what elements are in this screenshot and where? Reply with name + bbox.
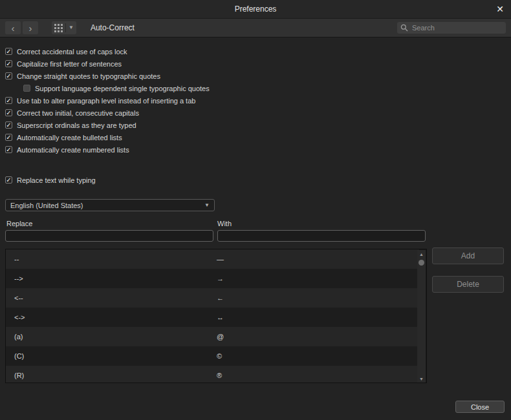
replacement-with-cell: ← xyxy=(208,294,419,302)
page-title: Auto-Correct xyxy=(91,23,135,32)
divider xyxy=(65,23,66,32)
with-column-label: With xyxy=(216,220,427,227)
option-label: Automatically create numbered lists xyxy=(17,146,129,154)
replacement-replace-cell: -- xyxy=(6,255,208,263)
back-icon: ‹ xyxy=(12,23,15,33)
scroll-up-icon[interactable]: ▲ xyxy=(417,250,426,258)
column-labels: Replace With xyxy=(5,220,505,227)
replacement-row[interactable]: (a)@ xyxy=(6,327,419,346)
replacement-replace-cell: (a) xyxy=(6,333,208,341)
checkbox[interactable]: ✓ xyxy=(5,134,12,141)
replacement-row[interactable]: (C)© xyxy=(6,346,419,366)
scrollbar-thumb[interactable] xyxy=(419,260,424,266)
checkbox[interactable]: ✓ xyxy=(5,176,12,184)
replacement-inputs xyxy=(5,230,505,242)
close-button[interactable]: Close xyxy=(455,401,505,413)
back-button[interactable]: ‹ xyxy=(5,21,21,34)
option-row: Support language dependent single typogr… xyxy=(23,82,505,94)
replacement-replace-cell: <-> xyxy=(6,313,208,321)
language-dropdown[interactable]: English (United States) ▼ xyxy=(5,199,215,211)
option-row: ✓Use tab to alter paragraph level instea… xyxy=(5,94,505,107)
option-label: Use tab to alter paragraph level instead… xyxy=(17,97,195,105)
chevron-down-icon[interactable]: ▼ xyxy=(69,25,74,30)
replacement-replace-cell: <-- xyxy=(6,294,208,302)
autocorrect-panel: ✓Correct accidental use of caps lock✓Cap… xyxy=(0,37,511,383)
preferences-window: Preferences ✕ ‹ › ▼ Auto-Correct xyxy=(0,0,511,420)
replacement-with-cell: — xyxy=(208,255,419,263)
replacement-table-body: --—-->→<--←<->↔(a)@(C)©(R)® xyxy=(6,249,426,383)
window-title: Preferences xyxy=(235,5,277,14)
replacement-with-cell: © xyxy=(208,352,419,360)
option-label: Superscript ordinals as they are typed xyxy=(17,121,136,129)
replacement-replace-cell: --> xyxy=(6,275,208,282)
replacement-with-cell: ® xyxy=(208,372,419,379)
delete-button[interactable]: Delete xyxy=(432,276,504,293)
checkbox[interactable]: ✓ xyxy=(5,48,12,55)
option-label: Support language dependent single typogr… xyxy=(35,85,210,92)
forward-button[interactable]: › xyxy=(23,21,38,34)
replacement-with-cell: → xyxy=(208,275,419,282)
search-box[interactable] xyxy=(397,22,506,34)
search-icon xyxy=(400,24,408,32)
replacement-row[interactable]: --— xyxy=(6,249,419,269)
option-label: Automatically create bulleted lists xyxy=(17,134,122,142)
sections-grid-button[interactable]: ▼ xyxy=(52,21,76,34)
language-dropdown-value: English (United States) xyxy=(10,202,83,209)
replacement-with-cell: ↔ xyxy=(208,313,419,321)
replacement-row[interactable]: <--← xyxy=(6,288,419,308)
replacement-row[interactable]: -->→ xyxy=(6,269,419,288)
checkbox[interactable]: ✓ xyxy=(5,97,12,104)
option-row: ✓Correct accidental use of caps lock xyxy=(5,45,505,58)
checkbox[interactable]: ✓ xyxy=(5,72,12,79)
replace-column-label: Replace xyxy=(5,220,216,227)
option-label: Change straight quotes to typographic qu… xyxy=(17,72,160,80)
checkbox[interactable]: ✓ xyxy=(5,146,12,153)
toolbar: ‹ › ▼ Auto-Correct xyxy=(0,19,511,37)
table-buttons: Add Delete xyxy=(432,247,504,293)
option-row: ✓Correct two initial, consecutive capita… xyxy=(5,107,505,119)
replace-input[interactable] xyxy=(5,230,213,242)
with-input[interactable] xyxy=(217,230,426,242)
option-row: ✓Automatically create numbered lists xyxy=(5,143,505,156)
search-input[interactable] xyxy=(411,23,503,32)
checkbox[interactable]: ✓ xyxy=(5,60,12,67)
option-row: ✓Superscript ordinals as they are typed xyxy=(5,119,505,131)
replacement-replace-cell: (C) xyxy=(6,352,208,360)
checkbox[interactable] xyxy=(23,85,30,92)
checkbox[interactable]: ✓ xyxy=(5,121,12,129)
replacement-row[interactable]: <->↔ xyxy=(6,308,419,327)
option-label: Replace text while typing xyxy=(17,176,96,184)
replace-while-typing-row: ✓ Replace text while typing xyxy=(5,174,505,186)
replacement-table-area: --—-->→<--←<->↔(a)@(C)©(R)® ▲ ▼ Add Dele… xyxy=(5,249,505,383)
checkbox[interactable]: ✓ xyxy=(5,109,12,116)
titlebar: Preferences ✕ xyxy=(0,0,511,19)
forward-icon: › xyxy=(29,23,32,33)
option-label: Correct accidental use of caps lock xyxy=(17,48,127,56)
option-row: ✓Capitalize first letter of sentences xyxy=(5,58,505,70)
option-label: Correct two initial, consecutive capital… xyxy=(17,109,139,117)
replacement-replace-cell: (R) xyxy=(6,372,208,379)
scroll-down-icon[interactable]: ▼ xyxy=(417,375,426,383)
replacement-with-cell: @ xyxy=(208,333,419,341)
scrollbar[interactable]: ▲ ▼ xyxy=(417,250,426,383)
options-list: ✓Correct accidental use of caps lock✓Cap… xyxy=(5,45,505,156)
replacement-table: --—-->→<--←<->↔(a)@(C)©(R)® ▲ ▼ xyxy=(5,249,427,383)
option-row: ✓Automatically create bulleted lists xyxy=(5,131,505,143)
replacement-row[interactable]: (R)® xyxy=(6,366,419,383)
option-label: Capitalize first letter of sentences xyxy=(17,60,122,68)
chevron-down-icon: ▼ xyxy=(204,202,210,208)
option-row: ✓Change straight quotes to typographic q… xyxy=(5,70,505,82)
add-button[interactable]: Add xyxy=(432,247,504,264)
close-icon[interactable]: ✕ xyxy=(494,3,506,15)
grid-icon xyxy=(54,24,63,32)
